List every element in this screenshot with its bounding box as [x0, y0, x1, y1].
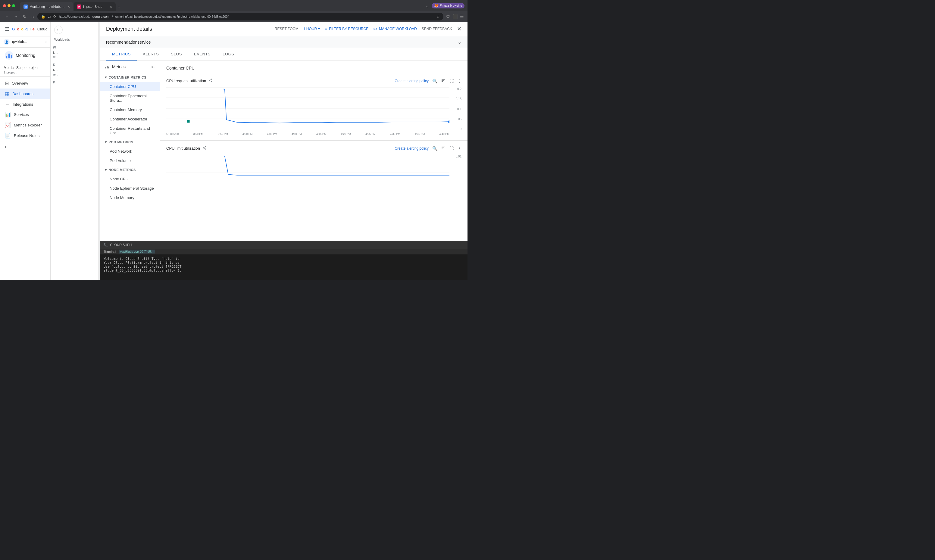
sidebar-item-integrations[interactable]: → Integrations [0, 99, 50, 109]
sidebar-hamburger[interactable]: ☰ [5, 26, 9, 32]
nav-item-node-ephemeral[interactable]: Node Ephemeral Storage [100, 184, 160, 193]
legend-icon-cpu-limit[interactable] [441, 145, 446, 151]
node-metrics-header[interactable]: ▾ NODE METRICS [100, 165, 160, 174]
browser-chrome: M Monitoring – qwiklabs-gcp-00-... ✕ H H… [0, 0, 467, 11]
nav-item-node-memory[interactable]: Node Memory [100, 193, 160, 202]
release-notes-icon: 📄 [5, 133, 11, 138]
menu-icon[interactable]: ☰ [460, 14, 464, 19]
sidebar-item-label-release-notes: Release Notes [14, 133, 40, 138]
tab-close-hipster[interactable]: ✕ [109, 5, 112, 8]
cloud-shell: $_ CLOUD SHELL Terminal (qwiklabs-gcp-00… [100, 241, 467, 280]
more-icon-cpu-request[interactable]: ⋮ [457, 78, 462, 83]
sidebar-item-services[interactable]: 📊 Services [0, 109, 50, 120]
logo-cloud: Cloud [37, 27, 48, 31]
filter-by-resource-button[interactable]: ≡ FILTER BY RESOURCE [325, 26, 368, 31]
nav-item-container-ephemeral[interactable]: Container Ephemeral Stora... [100, 91, 160, 105]
url-bar[interactable]: 🔒 ⇄ ⟳ https://console.cloud.google.com/m… [37, 13, 444, 20]
nav-item-container-accelerator[interactable]: Container Accelerator [100, 114, 160, 124]
manage-workload-button[interactable]: ⚙ MANAGE WORKLOAD [373, 26, 417, 31]
workload-list: Workloads W N... re... K N... re... P [51, 22, 99, 280]
nav-item-pod-network[interactable]: Pod Network [100, 147, 160, 156]
close-detail-button[interactable]: ✕ [457, 26, 462, 32]
back-button[interactable]: ← [4, 13, 10, 20]
reset-zoom-button[interactable]: RESET ZOOM [275, 27, 299, 31]
close-traffic-light[interactable] [3, 4, 6, 7]
extensions-icon[interactable]: ⬛ [453, 14, 457, 19]
tab-monitoring[interactable]: M Monitoring – qwiklabs-gcp-00-... ✕ [20, 2, 74, 11]
refresh-button[interactable]: ↻ [22, 13, 28, 20]
chart-body-cpu-limit: 0.01 [166, 155, 462, 185]
time-selector[interactable]: 1 HOUR ▾ [303, 27, 320, 31]
tab-close-monitoring[interactable]: ✕ [68, 5, 70, 8]
workload-item-3[interactable]: P [51, 78, 99, 87]
sidebar-item-release-notes[interactable]: 📄 Release Notes [0, 130, 50, 141]
sidebar-collapse[interactable]: ‹ [0, 142, 50, 151]
svg-rect-5 [187, 120, 189, 123]
workload-panel-header: Workloads [51, 35, 99, 44]
create-alert-link-cpu-request[interactable]: Create alerting policy [394, 79, 429, 83]
home-button[interactable]: ⌂ [30, 13, 35, 20]
tab-logs[interactable]: LOGS [217, 48, 240, 60]
more-icon-cpu-limit[interactable]: ⋮ [457, 146, 462, 151]
metrics-scope-section[interactable]: Metrics Scope project 1 project [0, 63, 50, 77]
chart-header-cpu-limit: CPU limit utilization Create alerting po… [166, 145, 462, 151]
logo-o2: o [21, 27, 23, 31]
terminal-tab[interactable]: Terminal [104, 250, 116, 254]
pod-metrics-header[interactable]: ▾ POD METRICS [100, 138, 160, 147]
sidebar-item-overview[interactable]: ⊞ Overview [0, 78, 50, 89]
metrics-nav-collapse-button[interactable]: ⇤ [151, 65, 155, 69]
chart-body-cpu-request: 0.2 0.15 0.1 0.05 0 [166, 87, 462, 135]
container-metrics-section: ▾ CONTAINER METRICS Container CPU Contai… [100, 73, 160, 138]
nav-item-node-cpu[interactable]: Node CPU [100, 174, 160, 184]
bookmark-icon[interactable]: ☆ [436, 14, 440, 18]
monitoring-header: Monitoring [0, 48, 50, 63]
legend-icon-cpu-request[interactable] [441, 78, 446, 84]
forward-button[interactable]: → [13, 13, 19, 20]
nav-item-container-cpu[interactable]: Container CPU [100, 82, 160, 91]
chart-actions-cpu-limit: Create alerting policy 🔍 ⛶ ⋮ [394, 145, 462, 151]
tab-events[interactable]: EVENTS [188, 48, 217, 60]
shield-icon[interactable]: 🛡 [446, 14, 450, 19]
nav-item-container-memory[interactable]: Container Memory [100, 105, 160, 114]
pod-metrics-section: ▾ POD METRICS Pod Network Pod Volume [100, 138, 160, 165]
project-icon: 👤 [4, 39, 10, 45]
fullscreen-icon-cpu-limit[interactable]: ⛶ [450, 146, 454, 151]
chart-share-icon[interactable] [208, 78, 213, 83]
container-metrics-header[interactable]: ▾ CONTAINER METRICS [100, 73, 160, 82]
fullscreen-icon-cpu-request[interactable]: ⛶ [450, 78, 454, 83]
logo-e: e [32, 27, 35, 31]
nav-item-container-restarts[interactable]: Container Restarts and Upt... [100, 124, 160, 138]
sidebar-item-metrics-explorer[interactable]: 📈 Metrics explorer [0, 120, 50, 130]
send-feedback-button[interactable]: SEND FEEDBACK [422, 27, 452, 31]
zoom-icon-cpu-limit[interactable]: 🔍 [432, 146, 437, 151]
service-selector[interactable]: recommendationservice ⌄ [100, 36, 467, 48]
svg-point-6 [448, 120, 450, 123]
sidebar-item-dashboards[interactable]: ▦ Dashboards [0, 89, 50, 99]
tab-metrics[interactable]: METRICS [106, 48, 137, 60]
service-name: recommendationservice [106, 40, 151, 45]
monitoring-icon [5, 51, 13, 60]
chart-actions-cpu-request: Create alerting policy 🔍 ⛶ ⋮ [394, 78, 462, 84]
chart-share-icon-limit[interactable] [202, 146, 206, 151]
tab-alerts[interactable]: ALERTS [137, 48, 165, 60]
new-tab-button[interactable]: + [116, 3, 122, 11]
tab-favicon-monitoring: M [23, 5, 28, 9]
fullscreen-traffic-light[interactable] [12, 4, 15, 7]
tab-slos[interactable]: SLOS [165, 48, 188, 60]
sidebar-item-label-integrations: Integrations [13, 102, 33, 106]
nav-item-pod-volume[interactable]: Pod Volume [100, 156, 160, 165]
integrations-icon: → [5, 102, 10, 107]
back-navigation-button[interactable]: ← [54, 26, 63, 34]
project-switcher[interactable]: 👤 qwiklab... › [0, 37, 50, 48]
node-metrics-section: ▾ NODE METRICS Node CPU Node Ephemeral S… [100, 165, 160, 202]
tab-overflow[interactable]: ⌄ [426, 3, 429, 8]
zoom-icon-cpu-request[interactable]: 🔍 [432, 78, 437, 83]
terminal-line-2: Your Cloud Platform project in this se [104, 261, 464, 265]
main-panel: ← Workloads W N... re... K N... re... P … [51, 22, 467, 280]
filter-icon: ≡ [325, 26, 327, 31]
workload-item-1[interactable]: W N... re... [51, 44, 99, 61]
workload-item-2[interactable]: K N... re... [51, 61, 99, 78]
minimize-traffic-light[interactable] [8, 4, 11, 7]
tab-hipster[interactable]: H Hipster Shop ✕ [74, 2, 116, 11]
create-alert-link-cpu-limit[interactable]: Create alerting policy [394, 146, 429, 151]
